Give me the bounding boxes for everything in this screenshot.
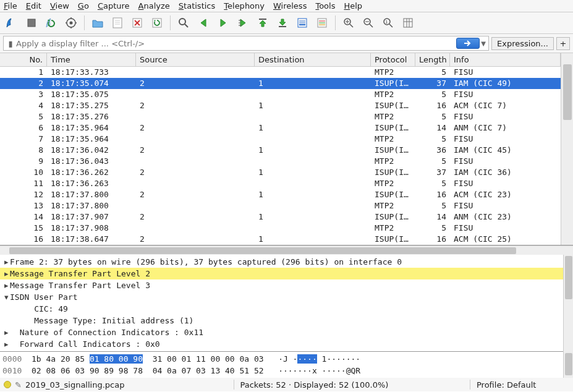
zoom-out-icon[interactable] xyxy=(360,15,376,31)
menu-file[interactable]: File xyxy=(4,1,17,11)
menu-go[interactable]: Go xyxy=(78,1,89,11)
packet-row[interactable]: 818:17:36.04221ISUP(I…36IAM (CIC 45) xyxy=(0,145,561,156)
menu-analyze[interactable]: Analyze xyxy=(138,1,170,11)
packet-row[interactable]: 918:17:36.043MTP25FISU xyxy=(0,156,561,167)
goto-packet-icon[interactable] xyxy=(235,15,251,31)
menu-telephony[interactable]: Telephony xyxy=(224,1,265,11)
detail-tree-row[interactable]: CIC: 49 xyxy=(0,303,563,315)
hex-line[interactable]: 0000 1b 4a 20 85 01 80 00 90 31 00 01 11… xyxy=(2,353,561,365)
detail-tree-row[interactable]: ▸Frame 2: 37 bytes on wire (296 bits), 3… xyxy=(0,256,563,268)
menu-help[interactable]: Help xyxy=(344,1,362,11)
packet-row[interactable]: 1118:17:36.263MTP25FISU xyxy=(0,178,561,189)
apply-filter-button[interactable] xyxy=(456,38,480,49)
detail-tree-row[interactable]: ▸ Forward Call Indicators : 0x0 xyxy=(0,338,563,350)
close-file-icon[interactable] xyxy=(129,15,145,31)
filter-history-dropdown-icon[interactable]: ▼ xyxy=(480,40,487,47)
packet-row[interactable]: 718:17:35.964MTP25FISU xyxy=(0,134,561,145)
details-vscrollbar[interactable] xyxy=(563,255,573,352)
display-filter-field[interactable]: ▮ ▼ xyxy=(3,36,489,51)
restart-capture-icon[interactable] xyxy=(43,15,59,31)
status-bar: ✎ 2019_03_signalling.pcap Packets: 52 · … xyxy=(0,378,573,391)
packet-row[interactable]: 318:17:35.075MTP25FISU xyxy=(0,89,561,100)
colorize-icon[interactable] xyxy=(314,15,330,31)
resize-columns-icon[interactable] xyxy=(400,15,416,31)
column-header-time[interactable]: Time xyxy=(47,53,136,66)
menu-edit[interactable]: Edit xyxy=(26,1,41,11)
save-file-icon[interactable] xyxy=(109,15,125,31)
packet-list-header[interactable]: No. Time Source Destination Protocol Len… xyxy=(0,53,561,67)
packet-row[interactable]: 218:17:35.07421ISUP(I…37IAM (CIC 49) xyxy=(0,78,561,89)
reload-file-icon[interactable] xyxy=(149,15,165,31)
expression-button[interactable]: Expression... xyxy=(491,37,554,50)
capture-file-name: 2019_03_signalling.pcap xyxy=(25,380,125,390)
column-header-dest[interactable]: Destination xyxy=(255,53,371,66)
svg-line-16 xyxy=(185,24,188,27)
detail-tree-row[interactable]: Message Type: Initial address (1) xyxy=(0,315,563,326)
display-filter-input[interactable] xyxy=(16,39,456,48)
menu-statistics[interactable]: Statistics xyxy=(179,1,215,11)
tree-expander-icon[interactable]: ▸ xyxy=(2,326,10,338)
menu-capture[interactable]: Capture xyxy=(98,1,130,11)
goto-last-icon[interactable] xyxy=(274,15,291,31)
column-header-length[interactable]: Length xyxy=(415,53,450,66)
packet-row[interactable]: 1018:17:36.26221ISUP(I…37IAM (CIC 36) xyxy=(0,167,561,178)
zoom-in-icon[interactable] xyxy=(341,15,357,31)
tree-expander-icon[interactable]: ▸ xyxy=(2,256,10,268)
menu-view[interactable]: View xyxy=(50,1,69,11)
column-header-protocol[interactable]: Protocol xyxy=(371,53,415,66)
add-filter-button[interactable]: + xyxy=(556,37,570,50)
hex-line[interactable]: 0010 02 08 06 03 90 89 98 78 04 0a 07 03… xyxy=(2,365,561,377)
menu-wireless[interactable]: Wireless xyxy=(273,1,307,11)
packet-row[interactable]: 518:17:35.276MTP25FISU xyxy=(0,111,561,122)
svg-line-38 xyxy=(389,24,393,27)
packet-row[interactable]: 1418:17:37.90721ISUP(I…14ANM (CIC 23) xyxy=(0,211,561,223)
svg-text:1: 1 xyxy=(385,20,388,25)
toolbar-separator xyxy=(84,15,85,30)
svg-point-2 xyxy=(70,22,73,25)
detail-tree-row[interactable]: ▸Message Transfer Part Level 3 xyxy=(0,279,563,291)
detail-tree-row[interactable]: ▸ Nature of Connection Indicators : 0x11 xyxy=(0,326,563,338)
filter-toolbar: ▮ ▼ Expression... + xyxy=(0,34,573,53)
packet-row[interactable]: 1618:17:38.64721ISUP(I…16ACM (CIC 25) xyxy=(0,234,561,245)
main-toolbar: 1 xyxy=(0,12,573,34)
open-file-icon[interactable] xyxy=(90,15,106,31)
tree-expander-icon[interactable]: ▸ xyxy=(2,338,10,350)
bookmark-icon[interactable]: ▮ xyxy=(5,39,16,48)
expert-info-icon[interactable] xyxy=(4,381,11,388)
toolbar-separator xyxy=(335,15,336,30)
auto-scroll-icon[interactable] xyxy=(294,15,310,31)
packet-bytes-pane[interactable]: 0000 1b 4a 20 85 01 80 00 90 31 00 01 11… xyxy=(0,352,563,378)
stop-capture-icon[interactable] xyxy=(23,15,40,31)
packet-row[interactable]: 118:17:33.733MTP25FISU xyxy=(0,67,561,78)
tree-expander-icon[interactable]: ▸ xyxy=(2,268,10,279)
capture-options-icon[interactable] xyxy=(63,15,79,31)
column-header-info[interactable]: Info xyxy=(450,53,561,66)
packet-count-label: Packets: 52 · Displayed: 52 (100.0%) xyxy=(240,380,464,390)
column-header-no[interactable]: No. xyxy=(0,53,47,66)
column-header-source[interactable]: Source xyxy=(136,53,255,66)
detail-tree-row[interactable]: ▸Message Transfer Part Level 2 xyxy=(0,268,563,279)
menu-tools[interactable]: Tools xyxy=(315,1,335,11)
packet-row[interactable]: 1218:17:37.80021ISUP(I…16ACM (CIC 23) xyxy=(0,189,561,200)
packet-row[interactable]: 618:17:35.96421ISUP(I…14ANM (CIC 7) xyxy=(0,122,561,134)
tree-expander-icon[interactable]: ▸ xyxy=(2,279,10,291)
tree-expander-icon[interactable]: ▾ xyxy=(2,291,10,303)
menubar: FileEditViewGoCaptureAnalyzeStatisticsTe… xyxy=(0,0,573,12)
bytes-vscrollbar[interactable] xyxy=(563,352,573,378)
fin-icon[interactable] xyxy=(4,15,20,31)
packet-row[interactable]: 1318:17:37.800MTP25FISU xyxy=(0,200,561,211)
packet-list-hscrollbar[interactable] xyxy=(0,245,573,255)
packet-list-vscrollbar[interactable] xyxy=(561,53,573,245)
find-packet-icon[interactable] xyxy=(176,15,192,31)
go-forward-icon[interactable] xyxy=(215,15,231,31)
packet-row[interactable]: 418:17:35.27521ISUP(I…16ACM (CIC 7) xyxy=(0,100,561,111)
go-back-icon[interactable] xyxy=(195,15,211,31)
goto-first-icon[interactable] xyxy=(255,15,271,31)
zoom-reset-icon[interactable]: 1 xyxy=(380,15,396,31)
edit-capture-comment-icon[interactable]: ✎ xyxy=(15,380,22,390)
packet-row[interactable]: 1518:17:37.908MTP25FISU xyxy=(0,223,561,234)
packet-details-pane[interactable]: ▸Frame 2: 37 bytes on wire (296 bits), 3… xyxy=(0,255,563,352)
svg-rect-7 xyxy=(113,18,122,28)
detail-tree-row[interactable]: ▾ISDN User Part xyxy=(0,291,563,303)
profile-label[interactable]: Profile: Default xyxy=(477,380,569,390)
